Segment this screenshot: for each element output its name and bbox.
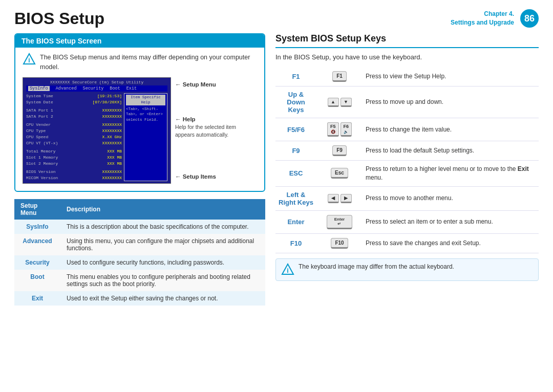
key-desc: Press to save the changes and exit Setup… bbox=[363, 233, 539, 253]
bios-help-title: Item Specific Help bbox=[126, 95, 165, 105]
system-keys-title: System BIOS Setup Keys bbox=[275, 33, 539, 48]
key-visual: F1 bbox=[316, 67, 363, 86]
bios-menu-security: Security bbox=[83, 86, 104, 91]
key-cap: F1 bbox=[332, 71, 347, 82]
key-desc: Press to view the Setup Help. bbox=[363, 67, 539, 86]
chapter-sub: Settings and Upgrade bbox=[451, 18, 514, 27]
table-cell-desc: This is a description about the basic sp… bbox=[60, 220, 265, 234]
keyboard-note: i The keyboard image may differ from the… bbox=[275, 258, 539, 281]
note-icon: i bbox=[23, 53, 36, 66]
setup-menu-table: Setup Menu Description SysInfoThis is a … bbox=[14, 199, 265, 306]
key-row: F5/F6 F5🔇F6🔈 Press to change the item va… bbox=[275, 118, 539, 141]
key-desc: Press to change the item value. bbox=[363, 118, 539, 141]
key-name: F5/F6 bbox=[275, 118, 316, 141]
up-key-cap: ▲ bbox=[328, 98, 339, 107]
table-cell-menu: Security bbox=[14, 255, 60, 270]
main-content: The BIOS Setup Screen i The BIOS Setup m… bbox=[0, 33, 553, 384]
bios-screen-section: The BIOS Setup Screen i The BIOS Setup m… bbox=[14, 33, 265, 192]
bios-help-text: <Tab>, <Shift-Tab>, or <Enter> selects F… bbox=[126, 106, 165, 123]
table-cell-menu: Boot bbox=[14, 270, 60, 291]
bios-title-bar: XXXXXXXX SecureCore (tm) Setup Utility bbox=[26, 80, 167, 84]
table-row: ExitUsed to exit the Setup either saving… bbox=[14, 291, 265, 306]
key-desc: Press to select an item or to enter a su… bbox=[363, 210, 539, 233]
key-name: F10 bbox=[275, 233, 316, 253]
key-row: Left & Right Keys ◀▶ Press to move to an… bbox=[275, 186, 539, 210]
keyboard-note-text: The keyboard image may differ from the a… bbox=[299, 263, 454, 270]
table-row: AdvancedUsing this menu, you can configu… bbox=[14, 234, 265, 255]
page-title: BIOS Setup bbox=[14, 9, 104, 28]
key-name: ESC bbox=[275, 161, 316, 187]
key-visual: Enter↵ bbox=[316, 210, 363, 233]
bios-main-pane: System Time[19:21:53] System Date[07/30/… bbox=[26, 93, 122, 181]
key-row: Enter Enter↵ Press to select an item or … bbox=[275, 210, 539, 233]
right-column: System BIOS Setup Keys In the BIOS Setup… bbox=[275, 33, 539, 384]
key-visual: ◀▶ bbox=[316, 186, 363, 210]
table-cell-desc: Used to configure security functions, in… bbox=[60, 255, 265, 270]
bios-screen-title: The BIOS Setup Screen bbox=[15, 34, 264, 48]
table-cell-menu: Exit bbox=[14, 291, 60, 306]
bios-menu-advanced: Advanced bbox=[56, 86, 77, 91]
bios-mockup-wrapper: XXXXXXXX SecureCore (tm) Setup Utility S… bbox=[23, 77, 257, 184]
table-cell-menu: Advanced bbox=[14, 234, 60, 255]
key-row: ESC Esc Press to return to a higher leve… bbox=[275, 161, 539, 187]
svg-text:i: i bbox=[28, 57, 30, 64]
setup-menu-label: ← Setup Menu bbox=[175, 81, 237, 88]
help-label-group: ← Help Help for the selected item appear… bbox=[175, 116, 237, 138]
page-header: BIOS Setup Chapter 4. Settings and Upgra… bbox=[0, 0, 553, 33]
table-cell-desc: Used to exit the Setup either saving the… bbox=[60, 291, 265, 306]
key-visual: ▲▼ bbox=[316, 86, 363, 118]
key-desc: Press to load the default Setup settings… bbox=[363, 141, 539, 161]
key-name: F1 bbox=[275, 67, 316, 86]
bios-help-pane: Item Specific Help <Tab>, <Shift-Tab>, o… bbox=[124, 93, 167, 181]
f6-key-cap: F6🔈 bbox=[341, 122, 352, 137]
key-visual: F10 bbox=[316, 233, 363, 253]
key-visual: F9 bbox=[316, 141, 363, 161]
table-row: SecurityUsed to configure security funct… bbox=[14, 255, 265, 270]
left-column: The BIOS Setup Screen i The BIOS Setup m… bbox=[14, 33, 265, 384]
table-col1: Setup Menu bbox=[14, 199, 60, 220]
table-cell-desc: Using this menu, you can configure the m… bbox=[60, 234, 265, 255]
key-cap: F9 bbox=[332, 145, 347, 156]
bios-content-area: System Time[19:21:53] System Date[07/30/… bbox=[26, 93, 167, 181]
key-cap: F10 bbox=[331, 238, 348, 249]
table-row: BootThis menu enables you to configure p… bbox=[14, 270, 265, 291]
key-desc: Press to return to a higher level menu o… bbox=[363, 161, 539, 187]
key-row: F1 F1 Press to view the Setup Help. bbox=[275, 67, 539, 86]
key-visual: F5🔇F6🔈 bbox=[316, 118, 363, 141]
help-desc: Help for the selected item appears autom… bbox=[175, 123, 237, 138]
bios-labels: ← Setup Menu ← Help Help for the selecte… bbox=[175, 77, 237, 184]
key-desc: Press to move up and down. bbox=[363, 86, 539, 118]
key-name: F9 bbox=[275, 141, 316, 161]
enter-key-cap: Enter↵ bbox=[327, 215, 352, 229]
key-row: F10 F10 Press to save the changes and ex… bbox=[275, 233, 539, 253]
right-key-cap: ▶ bbox=[341, 194, 352, 203]
keyboard-note-icon: i bbox=[281, 263, 294, 276]
keys-table: F1 F1 Press to view the Setup Help. Up &… bbox=[275, 67, 539, 253]
key-visual: Esc bbox=[316, 161, 363, 187]
key-row: F9 F9 Press to load the default Setup se… bbox=[275, 141, 539, 161]
key-row: Up & Down Keys ▲▼ Press to move up and d… bbox=[275, 86, 539, 118]
bios-menu-sysinfo: SysInfo bbox=[28, 86, 50, 91]
f5-key-cap: F5🔇 bbox=[327, 122, 339, 137]
table-cell-menu: SysInfo bbox=[14, 220, 60, 234]
key-name: Enter bbox=[275, 210, 316, 233]
key-name: Up & Down Keys bbox=[275, 86, 316, 118]
bios-screen: XXXXXXXX SecureCore (tm) Setup Utility S… bbox=[23, 77, 171, 184]
key-name: Left & Right Keys bbox=[275, 186, 316, 210]
setup-items-label: ← Setup Items bbox=[175, 173, 237, 180]
down-key-cap: ▼ bbox=[341, 98, 352, 107]
help-label: ← Help bbox=[175, 116, 237, 122]
bios-menu-bar: SysInfo Advanced Security Boot Exit bbox=[26, 85, 167, 92]
page-number: 86 bbox=[520, 9, 539, 28]
bios-note: i The BIOS Setup menus and items may dif… bbox=[23, 53, 257, 72]
keys-intro: In the BIOS Setup, you have to use the k… bbox=[275, 53, 539, 61]
bios-note-text: The BIOS Setup menus and items may diffe… bbox=[40, 53, 257, 72]
chapter-label: Chapter 4. bbox=[451, 10, 514, 18]
key-desc: Press to move to another menu. bbox=[363, 186, 539, 210]
table-col2: Description bbox=[60, 199, 265, 220]
chapter-info: Chapter 4. Settings and Upgrade bbox=[451, 10, 514, 27]
bios-menu-exit: Exit bbox=[126, 86, 137, 91]
key-cap: Esc bbox=[331, 168, 348, 179]
table-row: SysInfoThis is a description about the b… bbox=[14, 220, 265, 234]
bios-menu-boot: Boot bbox=[110, 86, 120, 91]
